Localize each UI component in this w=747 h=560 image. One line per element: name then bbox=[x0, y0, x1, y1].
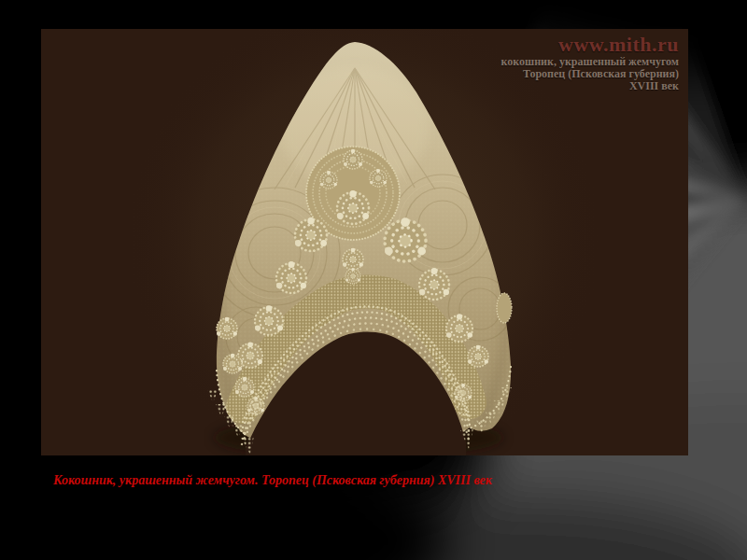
caption-text: Кокошник, украшенный жемчугом. Торопец (… bbox=[53, 472, 707, 489]
watermark-site-url: www.mith.ru bbox=[501, 35, 679, 54]
kokoshnik-illustration bbox=[41, 29, 688, 455]
kokoshnik-photo: www.mith.ru кокошник, украшенный жемчуго… bbox=[41, 29, 688, 455]
presentation-slide: www.mith.ru кокошник, украшенный жемчуго… bbox=[0, 0, 747, 560]
right-edge-ridge bbox=[497, 293, 512, 323]
watermark-caption-line-3: XVIII век bbox=[501, 80, 679, 92]
watermark: www.mith.ru кокошник, украшенный жемчуго… bbox=[501, 35, 679, 92]
